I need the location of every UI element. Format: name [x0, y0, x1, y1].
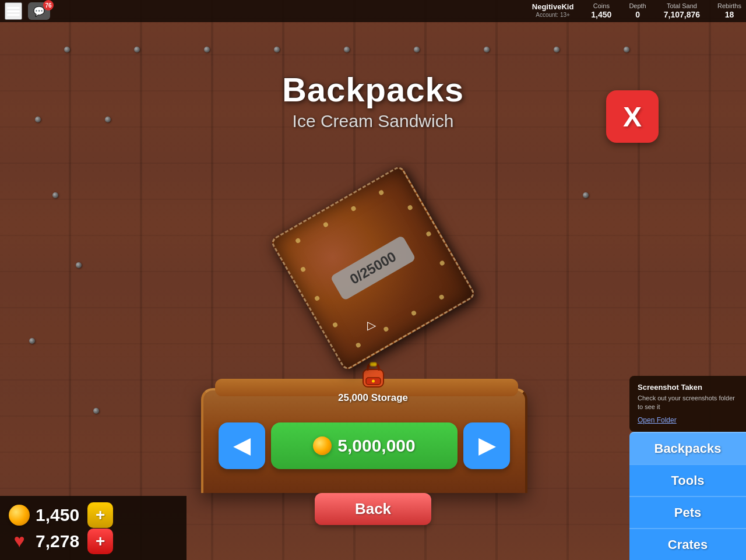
health-row: ♥ 7,278 +: [9, 529, 178, 554]
nail-decoration: [204, 47, 210, 52]
account-label: Account: 13+: [532, 12, 574, 19]
right-arrow-icon: ▶: [478, 434, 495, 458]
nail-decoration: [134, 47, 140, 52]
coins-stat: Coins 1,450: [591, 2, 611, 20]
total-sand-value: 7,107,876: [664, 10, 700, 20]
chat-button[interactable]: 💬 76: [28, 2, 50, 20]
heart-icon: ♥: [14, 530, 25, 552]
menu-label-pets: Pets: [674, 505, 701, 520]
nail-decoration: [35, 117, 41, 122]
rebirths-label: Rebirths: [717, 2, 741, 10]
header-bar: 💬 76 NegitiveKid Account: 13+ Coins 1,45…: [0, 0, 746, 22]
menu-item-tools[interactable]: Tools: [629, 464, 746, 496]
sandwich-dot: [411, 310, 417, 316]
nail-decoration: [274, 47, 280, 52]
sandwich-dot: [295, 238, 301, 244]
health-display: 7,278: [36, 531, 79, 551]
menu-item-backpacks[interactable]: Backpacks: [629, 432, 746, 464]
buy-row: ◀ 5,000,000 ▶: [219, 422, 510, 469]
right-menu: Backpacks Tools Pets Crates: [629, 432, 746, 560]
title-area: Backpacks Ice Cream Sandwich: [282, 70, 464, 131]
pedestal-box: ◀ 5,000,000 ▶: [201, 388, 527, 493]
sandwich-dot: [332, 322, 339, 328]
sandwich-dot: [438, 294, 445, 300]
nail-decoration: [624, 47, 629, 52]
hamburger-button[interactable]: [5, 2, 22, 20]
heart-icon-wrapper: ♥: [9, 531, 30, 552]
menu-label-backpacks: Backpacks: [654, 441, 722, 456]
hamburger-line: [7, 10, 20, 12]
bottom-stats: 1,450 + ♥ 7,278 +: [0, 496, 186, 560]
sub-title: Ice Cream Sandwich: [282, 111, 464, 131]
nail-decoration: [554, 47, 560, 52]
nail-decoration: [64, 47, 70, 52]
coin-icon: [313, 436, 332, 455]
nail-decoration: [93, 408, 99, 414]
chat-badge: 76: [43, 0, 54, 10]
nail-decoration: [29, 338, 35, 344]
coins-display: 1,450: [36, 505, 79, 525]
sandwich-dot: [407, 205, 413, 211]
sandwich-dot: [378, 189, 385, 196]
total-sand-stat: Total Sand 7,107,876: [664, 2, 700, 20]
close-button-icon: X: [623, 101, 642, 133]
hamburger-line: [7, 14, 20, 16]
sandwich-dot: [383, 326, 389, 332]
item-rotate-wrapper: 0/25000: [269, 164, 476, 371]
left-arrow-icon: ◀: [234, 434, 250, 458]
capacity-badge: 0/25000: [330, 235, 416, 301]
open-folder-button[interactable]: Open Folder: [638, 416, 677, 424]
sandwich-dot: [314, 295, 321, 301]
depth-value: 0: [629, 10, 646, 20]
sandwich-dot: [355, 342, 361, 348]
coins-row: 1,450 +: [9, 502, 178, 528]
menu-label-tools: Tools: [671, 473, 704, 488]
add-coins-button[interactable]: +: [87, 502, 113, 528]
rebirths-stat: Rebirths 18: [717, 2, 741, 20]
close-button[interactable]: X: [606, 90, 659, 143]
main-title: Backpacks: [282, 70, 464, 109]
screenshot-title: Screenshot Taken: [638, 383, 738, 392]
menu-item-pets[interactable]: Pets: [629, 496, 746, 528]
nail-decoration: [484, 47, 490, 52]
username-block: NegitiveKid Account: 13+: [532, 2, 574, 20]
header-stats: NegitiveKid Account: 13+ Coins 1,450 Dep…: [532, 2, 741, 20]
sandwich-dot: [322, 221, 329, 228]
sandwich-dot: [425, 231, 432, 237]
ice-cream-sandwich: 0/25000: [269, 164, 476, 371]
sandwich-dot: [439, 260, 445, 266]
menu-label-crates: Crates: [668, 537, 708, 552]
back-button-label: Back: [355, 500, 391, 518]
screenshot-message: Check out your screenshots folder to see…: [638, 394, 738, 411]
prev-button[interactable]: ◀: [219, 422, 265, 469]
back-button[interactable]: Back: [315, 493, 431, 525]
nail-decoration: [52, 192, 58, 198]
depth-stat: Depth 0: [629, 2, 646, 20]
next-button[interactable]: ▶: [463, 422, 510, 469]
coin-icon-small: [9, 505, 30, 526]
menu-item-crates[interactable]: Crates: [629, 528, 746, 560]
sandwich-dot: [300, 266, 307, 273]
nail-decoration: [414, 47, 420, 52]
hamburger-line: [7, 7, 20, 9]
storage-label: 25,000 Storage: [338, 392, 408, 404]
nail-decoration: [583, 192, 589, 198]
rebirths-value: 18: [717, 10, 741, 20]
buy-price: 5,000,000: [337, 436, 415, 456]
coins-label: Coins: [591, 2, 611, 10]
username: NegitiveKid: [532, 2, 574, 12]
nail-decoration: [105, 117, 111, 122]
buy-button[interactable]: 5,000,000: [271, 422, 458, 469]
svg-point-3: [371, 380, 374, 383]
item-display-area: 0/25000 ▷: [274, 169, 472, 367]
coins-value: 1,450: [591, 10, 611, 20]
nail-decoration: [344, 47, 350, 52]
depth-label: Depth: [629, 2, 646, 10]
pedestal-container: 25,000 Storage ◀ 5,000,000 ▶: [201, 388, 545, 493]
sandwich-dot: [350, 206, 357, 212]
total-sand-label: Total Sand: [664, 2, 700, 10]
screenshot-popup: Screenshot Taken Check out your screensh…: [629, 376, 746, 432]
nail-decoration: [76, 262, 82, 268]
add-health-button[interactable]: +: [87, 529, 113, 554]
